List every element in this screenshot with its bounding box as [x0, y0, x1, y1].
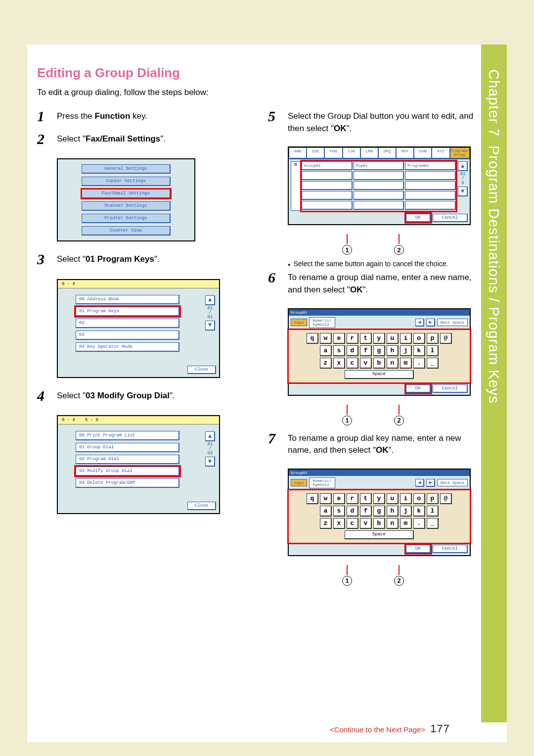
keyboard-key[interactable]: o	[413, 493, 425, 504]
alpha-tab[interactable]: RST	[396, 147, 414, 159]
keyboard-key[interactable]: u	[387, 493, 399, 504]
alpha-tab[interactable]: FGH	[324, 147, 342, 159]
keyboard-key[interactable]: r	[347, 493, 358, 504]
keyboard-key[interactable]: f	[360, 345, 372, 356]
keyboard-key[interactable]: w	[320, 493, 332, 504]
menu-item[interactable]: General Settings	[82, 164, 171, 174]
keyboard-key[interactable]: g	[373, 345, 385, 356]
keyboard-key[interactable]: k	[413, 506, 425, 517]
grid-cell[interactable]	[405, 181, 456, 190]
grid-cell[interactable]	[354, 201, 404, 210]
alpha-tab[interactable]: LMN	[360, 147, 378, 159]
keyboard-key[interactable]: i	[400, 333, 412, 344]
keyboard-key[interactable]: j	[400, 506, 412, 517]
cancel-button[interactable]: Cancel	[433, 545, 468, 553]
keyboard-key[interactable]: d	[347, 345, 358, 356]
menu-item[interactable]: Printer Settings	[82, 214, 171, 223]
grid-cell[interactable]	[354, 181, 404, 190]
keyboard-key[interactable]: x	[333, 518, 345, 529]
keyboard-key[interactable]: z	[320, 358, 332, 369]
close-button[interactable]: Close	[187, 366, 216, 374]
tab[interactable]: 0 - 4	[62, 418, 75, 423]
keyboard-key[interactable]: .	[413, 518, 425, 529]
keyboard-key[interactable]: t	[360, 493, 372, 504]
grid-cell[interactable]	[302, 171, 353, 180]
space-key[interactable]: Space	[345, 370, 414, 379]
menu-item[interactable]: Scanner Settings	[82, 201, 171, 211]
keyboard-key[interactable]: a	[320, 345, 332, 356]
list-item-highlighted[interactable]: 03 Modify Group Dial	[76, 467, 179, 476]
grid-cell[interactable]	[405, 171, 456, 180]
grid-cell[interactable]	[302, 191, 353, 200]
keyboard-key[interactable]: v	[360, 358, 372, 369]
alpha-tab[interactable]: UVW	[414, 147, 432, 159]
list-item[interactable]: 02	[76, 319, 179, 328]
alpha-tab[interactable]: CDE	[307, 147, 324, 159]
keyboard-key[interactable]: s	[333, 506, 345, 517]
scroll-up-icon[interactable]: ▲	[458, 161, 468, 171]
list-item[interactable]: 01 Group Dial	[76, 443, 179, 452]
keyboard-key[interactable]: h	[387, 506, 399, 517]
keyboard-key[interactable]: z	[320, 518, 332, 529]
backspace-button[interactable]: Back Space	[437, 479, 468, 486]
kb-tab-caps[interactable]: Caps	[291, 319, 307, 326]
close-button[interactable]: Close	[187, 502, 216, 510]
keyboard-key[interactable]: e	[333, 333, 345, 344]
scroll-down-icon[interactable]: ▼	[205, 321, 215, 331]
keyboard-key[interactable]: .	[413, 358, 425, 369]
keyboard-key[interactable]: a	[320, 506, 332, 517]
cancel-button[interactable]: Cancel	[433, 214, 468, 222]
keyboard-key[interactable]: _	[427, 358, 439, 369]
keyboard-key[interactable]: m	[400, 518, 412, 529]
backspace-button[interactable]: Back Space	[437, 319, 468, 326]
keyboard-key[interactable]: u	[387, 333, 399, 344]
cursor-right-icon[interactable]: ▶	[426, 319, 435, 327]
keyboard-key[interactable]: h	[387, 345, 399, 356]
keyboard-key[interactable]: l	[427, 506, 439, 517]
list-item[interactable]: 02 Program Dial	[76, 455, 179, 464]
grid-cell[interactable]	[302, 201, 353, 210]
keyboard-key[interactable]: v	[360, 518, 372, 529]
keyboard-key[interactable]: g	[373, 506, 385, 517]
continue-link[interactable]: <Continue to the Next Page>	[330, 725, 425, 734]
keyboard-key[interactable]: q	[307, 493, 318, 504]
cursor-left-icon[interactable]: ◀	[415, 479, 424, 487]
keyboard-key[interactable]: @	[440, 493, 452, 504]
grid-cell[interactable]: Pop01	[354, 161, 404, 170]
kb-tab-caps[interactable]: Caps	[291, 479, 307, 486]
keyboard-key[interactable]: q	[307, 333, 318, 344]
kb-tab-numeric[interactable]: Numeric/ Symbols	[309, 317, 335, 328]
keyboard-key[interactable]: n	[387, 518, 399, 529]
keyboard-key[interactable]: r	[347, 333, 358, 344]
keyboard-key[interactable]: p	[427, 493, 439, 504]
list-item[interactable]: 03	[76, 331, 179, 340]
keyboard-key[interactable]: s	[333, 345, 345, 356]
cursor-right-icon[interactable]: ▶	[426, 479, 435, 487]
keyboard-key[interactable]: m	[400, 358, 412, 369]
keyboard-key[interactable]: w	[320, 333, 332, 344]
cursor-left-icon[interactable]: ◀	[415, 319, 424, 327]
keyboard-key[interactable]: _	[427, 518, 439, 529]
grid-cell[interactable]: Program01	[405, 161, 456, 170]
menu-item[interactable]: Copier Settings	[82, 177, 171, 186]
alpha-tab[interactable]: XYZ	[432, 147, 449, 159]
list-item[interactable]: 00 Address Book	[76, 295, 179, 304]
alpha-tab[interactable]: IJK	[343, 147, 360, 159]
keyboard-key[interactable]: b	[373, 358, 385, 369]
keyboard-key[interactable]: d	[347, 506, 358, 517]
grid-cell[interactable]: Group01	[302, 161, 353, 170]
scroll-down-icon[interactable]: ▼	[458, 187, 468, 196]
grid-cell[interactable]	[302, 181, 353, 190]
scroll-up-icon[interactable]: ▲	[205, 295, 215, 305]
scroll-up-icon[interactable]: ▲	[205, 431, 215, 441]
keyboard-key[interactable]: f	[360, 506, 372, 517]
keyboard-key[interactable]: o	[413, 333, 425, 344]
grid-cell[interactable]	[354, 191, 404, 200]
keyboard-key[interactable]: e	[333, 493, 345, 504]
keyboard-key[interactable]: c	[347, 518, 358, 529]
keyboard-key[interactable]: x	[333, 358, 345, 369]
list-item[interactable]: 00 Print Program List	[76, 431, 179, 440]
menu-item-highlighted[interactable]: Fax/Email Settings	[82, 189, 171, 198]
scroll-down-icon[interactable]: ▼	[205, 457, 215, 467]
ok-button[interactable]: OK	[406, 384, 431, 393]
